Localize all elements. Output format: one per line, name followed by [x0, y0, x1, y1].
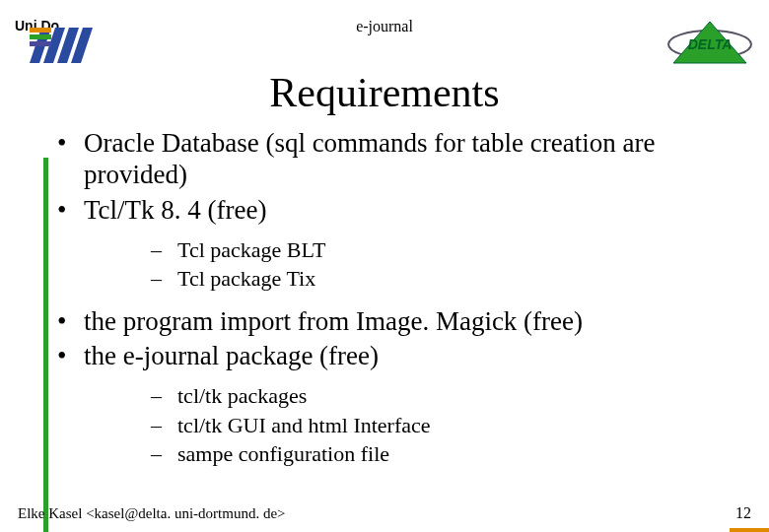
doc-type-label: e-journal [356, 18, 413, 35]
page-number: 12 [735, 504, 751, 522]
svg-rect-6 [30, 41, 51, 46]
bullet-item: the e-journal package (free) tcl/tk pack… [30, 341, 739, 467]
unido-logo [30, 28, 99, 63]
sub-bullet-item: sampe configuration file [84, 440, 739, 468]
svg-rect-4 [30, 28, 51, 33]
slide: Uni.Do e-journal DELTA Requirements [0, 0, 769, 532]
sub-bullet-item: tcl/tk GUI and html Interface [84, 412, 739, 439]
sub-bullet-item: Tcl package Tix [84, 265, 739, 293]
bullet-text: the program import from Image. Magick (f… [84, 306, 583, 336]
bullet-text: Oracle Database (sql commands for table … [84, 128, 655, 189]
bullet-item: Tcl/Tk 8. 4 (free) Tcl package BLT Tcl p… [30, 195, 739, 293]
bullet-item: Oracle Database (sql commands for table … [30, 128, 739, 191]
svg-rect-5 [30, 34, 51, 39]
svg-text:DELTA: DELTA [688, 36, 733, 52]
bullet-item: the program import from Image. Magick (f… [30, 306, 739, 338]
sub-bullet-item: Tcl package BLT [84, 236, 739, 264]
header: Uni.Do e-journal [0, 8, 769, 37]
page-title: Requirements [0, 69, 769, 116]
accent-bottom [730, 528, 769, 532]
sub-bullet-item: tcl/tk packages [84, 382, 739, 410]
bullet-text: Tcl/Tk 8. 4 (free) [84, 195, 267, 225]
delta-logo: DELTA [665, 20, 754, 73]
content-area: Oracle Database (sql commands for table … [30, 128, 739, 482]
footer-author: Elke Kasel <kasel@delta. uni-dortmund. d… [18, 505, 286, 522]
bullet-text: the e-journal package (free) [84, 341, 379, 370]
